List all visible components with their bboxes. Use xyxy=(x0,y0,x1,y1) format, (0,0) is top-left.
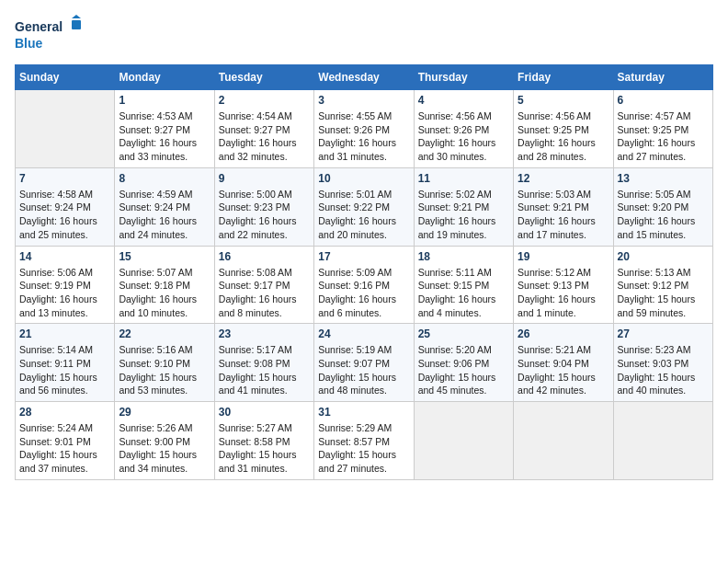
calendar-cell: 8Sunrise: 4:59 AMSunset: 9:24 PMDaylight… xyxy=(115,167,214,246)
day-info: Sunrise: 5:13 AMSunset: 9:12 PMDaylight:… xyxy=(618,266,709,320)
calendar-cell: 14Sunrise: 5:06 AMSunset: 9:19 PMDayligh… xyxy=(16,246,115,324)
day-info: Sunrise: 5:21 AMSunset: 9:04 PMDaylight:… xyxy=(518,343,609,397)
day-number: 13 xyxy=(618,172,709,185)
calendar-cell: 3Sunrise: 4:55 AMSunset: 9:26 PMDaylight… xyxy=(314,90,414,168)
calendar-cell: 27Sunrise: 5:23 AMSunset: 9:03 PMDayligh… xyxy=(613,324,712,402)
calendar-cell: 4Sunrise: 4:56 AMSunset: 9:26 PMDaylight… xyxy=(414,90,513,168)
calendar-cell: 16Sunrise: 5:08 AMSunset: 9:17 PMDayligh… xyxy=(214,246,313,324)
calendar-cell: 5Sunrise: 4:56 AMSunset: 9:25 PMDaylight… xyxy=(514,90,613,168)
day-info: Sunrise: 5:14 AMSunset: 9:11 PMDaylight:… xyxy=(19,343,110,397)
day-info: Sunrise: 4:53 AMSunset: 9:27 PMDaylight:… xyxy=(119,109,210,164)
calendar-body: 1Sunrise: 4:53 AMSunset: 9:27 PMDaylight… xyxy=(16,90,713,480)
calendar-cell xyxy=(414,402,513,480)
day-number: 15 xyxy=(119,250,210,263)
day-info: Sunrise: 5:11 AMSunset: 9:15 PMDaylight:… xyxy=(418,266,509,320)
day-number: 16 xyxy=(219,250,310,263)
logo-svg: General Blue xyxy=(15,15,88,55)
week-row-1: 1Sunrise: 4:53 AMSunset: 9:27 PMDaylight… xyxy=(16,90,713,168)
day-number: 14 xyxy=(19,250,110,263)
calendar-cell: 25Sunrise: 5:20 AMSunset: 9:06 PMDayligh… xyxy=(414,324,513,402)
logo: General Blue xyxy=(15,15,88,55)
day-info: Sunrise: 5:19 AMSunset: 9:07 PMDaylight:… xyxy=(318,343,409,397)
day-number: 24 xyxy=(318,327,409,340)
day-number: 9 xyxy=(219,172,310,185)
day-number: 27 xyxy=(618,327,709,340)
calendar-cell xyxy=(514,402,613,480)
day-info: Sunrise: 4:57 AMSunset: 9:25 PMDaylight:… xyxy=(618,109,709,164)
day-number: 8 xyxy=(119,172,210,185)
day-info: Sunrise: 5:23 AMSunset: 9:03 PMDaylight:… xyxy=(618,343,709,397)
day-number: 19 xyxy=(518,250,609,263)
svg-text:Blue: Blue xyxy=(15,36,43,51)
week-row-3: 14Sunrise: 5:06 AMSunset: 9:19 PMDayligh… xyxy=(16,246,713,324)
day-info: Sunrise: 4:58 AMSunset: 9:24 PMDaylight:… xyxy=(19,188,110,242)
svg-marker-2 xyxy=(72,15,81,18)
day-info: Sunrise: 5:20 AMSunset: 9:06 PMDaylight:… xyxy=(418,343,509,397)
week-row-2: 7Sunrise: 4:58 AMSunset: 9:24 PMDaylight… xyxy=(16,167,713,246)
calendar-cell: 22Sunrise: 5:16 AMSunset: 9:10 PMDayligh… xyxy=(115,324,214,402)
day-header-monday: Monday xyxy=(115,65,214,90)
day-info: Sunrise: 4:59 AMSunset: 9:24 PMDaylight:… xyxy=(119,188,210,242)
day-number: 25 xyxy=(418,327,509,340)
day-info: Sunrise: 5:03 AMSunset: 9:21 PMDaylight:… xyxy=(518,188,609,242)
svg-text:General: General xyxy=(15,19,63,34)
day-number: 1 xyxy=(119,94,210,107)
calendar-cell: 20Sunrise: 5:13 AMSunset: 9:12 PMDayligh… xyxy=(613,246,712,324)
day-header-friday: Friday xyxy=(514,65,613,90)
calendar-cell: 28Sunrise: 5:24 AMSunset: 9:01 PMDayligh… xyxy=(16,402,115,480)
day-info: Sunrise: 5:27 AMSunset: 8:58 PMDaylight:… xyxy=(219,421,310,476)
day-info: Sunrise: 5:07 AMSunset: 9:18 PMDaylight:… xyxy=(119,266,210,320)
week-row-5: 28Sunrise: 5:24 AMSunset: 9:01 PMDayligh… xyxy=(16,402,713,480)
day-info: Sunrise: 5:01 AMSunset: 9:22 PMDaylight:… xyxy=(318,188,409,242)
day-info: Sunrise: 4:56 AMSunset: 9:25 PMDaylight:… xyxy=(518,109,609,164)
day-number: 28 xyxy=(19,406,110,419)
day-number: 29 xyxy=(119,406,210,419)
calendar-cell: 1Sunrise: 4:53 AMSunset: 9:27 PMDaylight… xyxy=(115,90,214,168)
day-number: 22 xyxy=(119,327,210,340)
day-number: 18 xyxy=(418,250,509,263)
calendar-table: SundayMondayTuesdayWednesdayThursdayFrid… xyxy=(15,64,713,480)
day-number: 17 xyxy=(318,250,409,263)
calendar-cell: 24Sunrise: 5:19 AMSunset: 9:07 PMDayligh… xyxy=(314,324,414,402)
calendar-cell: 2Sunrise: 4:54 AMSunset: 9:27 PMDaylight… xyxy=(214,90,313,168)
calendar-cell: 7Sunrise: 4:58 AMSunset: 9:24 PMDaylight… xyxy=(16,167,115,246)
svg-rect-3 xyxy=(72,20,81,29)
day-header-tuesday: Tuesday xyxy=(214,65,313,90)
day-info: Sunrise: 5:00 AMSunset: 9:23 PMDaylight:… xyxy=(219,188,310,242)
calendar-cell: 13Sunrise: 5:05 AMSunset: 9:20 PMDayligh… xyxy=(613,167,712,246)
calendar-cell: 23Sunrise: 5:17 AMSunset: 9:08 PMDayligh… xyxy=(214,324,313,402)
calendar-cell: 18Sunrise: 5:11 AMSunset: 9:15 PMDayligh… xyxy=(414,246,513,324)
day-info: Sunrise: 5:24 AMSunset: 9:01 PMDaylight:… xyxy=(19,421,110,476)
day-info: Sunrise: 5:26 AMSunset: 9:00 PMDaylight:… xyxy=(119,421,210,476)
day-number: 23 xyxy=(219,327,310,340)
day-info: Sunrise: 5:05 AMSunset: 9:20 PMDaylight:… xyxy=(618,188,709,242)
day-number: 6 xyxy=(618,94,709,107)
calendar-cell: 11Sunrise: 5:02 AMSunset: 9:21 PMDayligh… xyxy=(414,167,513,246)
calendar-cell: 10Sunrise: 5:01 AMSunset: 9:22 PMDayligh… xyxy=(314,167,414,246)
day-info: Sunrise: 5:02 AMSunset: 9:21 PMDaylight:… xyxy=(418,188,509,242)
calendar-cell: 17Sunrise: 5:09 AMSunset: 9:16 PMDayligh… xyxy=(314,246,414,324)
day-number: 12 xyxy=(518,172,609,185)
page-header: General Blue xyxy=(15,15,713,55)
calendar-cell: 29Sunrise: 5:26 AMSunset: 9:00 PMDayligh… xyxy=(115,402,214,480)
day-number: 2 xyxy=(219,94,310,107)
day-info: Sunrise: 5:06 AMSunset: 9:19 PMDaylight:… xyxy=(19,266,110,320)
calendar-cell xyxy=(16,90,115,168)
day-info: Sunrise: 5:16 AMSunset: 9:10 PMDaylight:… xyxy=(119,343,210,397)
day-number: 31 xyxy=(318,406,409,419)
calendar-header: SundayMondayTuesdayWednesdayThursdayFrid… xyxy=(16,65,713,90)
calendar-cell: 15Sunrise: 5:07 AMSunset: 9:18 PMDayligh… xyxy=(115,246,214,324)
day-number: 10 xyxy=(318,172,409,185)
calendar-cell: 6Sunrise: 4:57 AMSunset: 9:25 PMDaylight… xyxy=(613,90,712,168)
day-number: 7 xyxy=(19,172,110,185)
day-header-sunday: Sunday xyxy=(16,65,115,90)
day-info: Sunrise: 4:55 AMSunset: 9:26 PMDaylight:… xyxy=(318,109,409,164)
day-info: Sunrise: 4:54 AMSunset: 9:27 PMDaylight:… xyxy=(219,109,310,164)
calendar-cell: 12Sunrise: 5:03 AMSunset: 9:21 PMDayligh… xyxy=(514,167,613,246)
day-info: Sunrise: 5:09 AMSunset: 9:16 PMDaylight:… xyxy=(318,266,409,320)
day-info: Sunrise: 5:17 AMSunset: 9:08 PMDaylight:… xyxy=(219,343,310,397)
day-number: 11 xyxy=(418,172,509,185)
day-number: 20 xyxy=(618,250,709,263)
header-row: SundayMondayTuesdayWednesdayThursdayFrid… xyxy=(16,65,713,90)
calendar-cell: 26Sunrise: 5:21 AMSunset: 9:04 PMDayligh… xyxy=(514,324,613,402)
